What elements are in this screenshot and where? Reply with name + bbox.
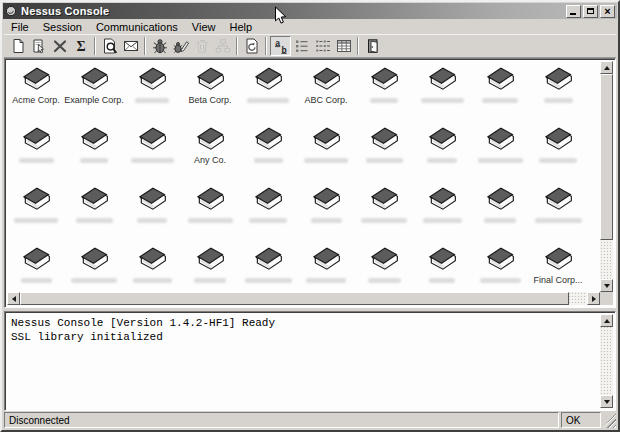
session-item[interactable] [239,243,297,292]
menu-view[interactable]: View [185,20,223,34]
minimize-button[interactable] [566,5,581,18]
toolbar-separator [357,37,359,55]
vertical-scroll-thumb[interactable] [600,74,613,240]
menu-file[interactable]: File [4,20,36,34]
session-item[interactable] [297,123,355,181]
session-item-any-co[interactable]: Any Co. [181,123,239,181]
session-item-beta-corp[interactable]: Beta Corp. [181,63,239,121]
refresh-button[interactable] [241,36,262,56]
log-vertical-scrollbar[interactable] [600,314,613,408]
session-item[interactable] [7,123,65,181]
session-item[interactable] [413,183,471,241]
session-icon-canvas[interactable]: Acme Corp.Example Corp.Beta Corp.ABC Cor… [7,61,600,292]
scroll-left-button[interactable] [7,292,20,305]
details-grid-icon [336,38,352,54]
session-item[interactable] [355,63,413,121]
session-item-label-blurred [71,278,117,283]
plugins-button[interactable] [149,36,170,56]
book-icon [368,185,400,212]
log-scroll-up-button[interactable] [600,314,613,327]
exit-button[interactable] [362,36,383,56]
scroll-down-button[interactable] [600,279,613,292]
session-item[interactable] [123,183,181,241]
toolbar [4,34,616,58]
session-item-label-blurred [254,158,283,163]
menu-session[interactable]: Session [36,20,89,34]
session-item[interactable] [529,123,587,181]
app-icon [5,5,17,17]
session-item[interactable] [471,183,529,241]
session-item[interactable] [413,63,471,121]
session-item[interactable] [471,123,529,181]
resize-grip-icon[interactable] [603,412,616,428]
session-item-label-blurred [76,218,113,223]
session-item[interactable] [529,63,587,121]
book-icon [78,65,110,92]
horizontal-scroll-thumb[interactable] [20,292,569,305]
maximize-button[interactable] [583,5,598,18]
small-icons-view-button[interactable] [291,36,312,56]
session-item[interactable] [529,183,587,241]
view-report-button[interactable] [99,36,120,56]
book-icon [136,125,168,152]
delete-session-button[interactable] [49,36,70,56]
book-icon [20,185,52,212]
session-item[interactable] [239,183,297,241]
titlebar[interactable]: Nessus Console × [3,3,617,19]
close-button[interactable]: × [600,5,615,18]
icon-area-vertical-scrollbar[interactable] [600,61,613,292]
session-item[interactable] [65,183,123,241]
session-item[interactable] [471,243,529,292]
messages-button[interactable] [120,36,141,56]
session-item-label: Acme Corp. [12,95,60,105]
session-item-label-blurred [427,158,457,163]
session-item[interactable] [413,243,471,292]
session-item-label-blurred [249,218,287,223]
bug-icon [152,38,168,54]
session-item[interactable] [355,183,413,241]
session-item[interactable] [123,243,181,292]
session-item[interactable] [7,243,65,292]
detach-session-button [191,36,212,56]
session-item-final-corp[interactable]: Final Corp... [529,243,587,292]
list-view-button[interactable] [312,36,333,56]
session-item-example-corp[interactable]: Example Corp. [65,63,123,121]
session-item[interactable] [355,243,413,292]
menu-communications[interactable]: Communications [89,20,185,34]
menu-help[interactable]: Help [222,20,259,34]
scroll-up-button[interactable] [600,61,613,74]
session-item[interactable] [297,183,355,241]
edit-plugins-button[interactable] [170,36,191,56]
session-item[interactable] [65,243,123,292]
session-item[interactable] [65,123,123,181]
session-item[interactable] [239,63,297,121]
book-icon [252,245,284,272]
session-grid-row: Any Co. [7,123,600,181]
session-item[interactable] [355,123,413,181]
log-scroll-down-button[interactable] [600,395,613,408]
session-item[interactable] [181,243,239,292]
icon-area-horizontal-scrollbar[interactable] [7,292,600,305]
session-item[interactable] [239,123,297,181]
session-item[interactable] [181,183,239,241]
scrollbar-corner [600,292,613,305]
session-item[interactable] [297,243,355,292]
scroll-right-button[interactable] [587,292,600,305]
session-properties-button[interactable] [28,36,49,56]
session-item[interactable] [123,123,181,181]
new-session-button[interactable] [7,36,28,56]
session-item[interactable] [7,183,65,241]
details-view-button[interactable] [333,36,354,56]
session-item-abc-corp[interactable]: ABC Corp. [297,63,355,121]
large-icons-view-button[interactable] [270,36,291,56]
book-icon [426,125,458,152]
network-button [212,36,233,56]
summary-button[interactable] [70,36,91,56]
console-log-text[interactable]: Nessus Console [Version 1.4.2-HF1] Ready… [7,314,599,408]
session-item-acme-corp[interactable]: Acme Corp. [7,63,65,121]
session-item[interactable] [413,123,471,181]
session-item[interactable] [471,63,529,121]
connection-status: Disconnected [4,412,559,428]
book-icon [194,245,226,272]
session-item[interactable] [123,63,181,121]
